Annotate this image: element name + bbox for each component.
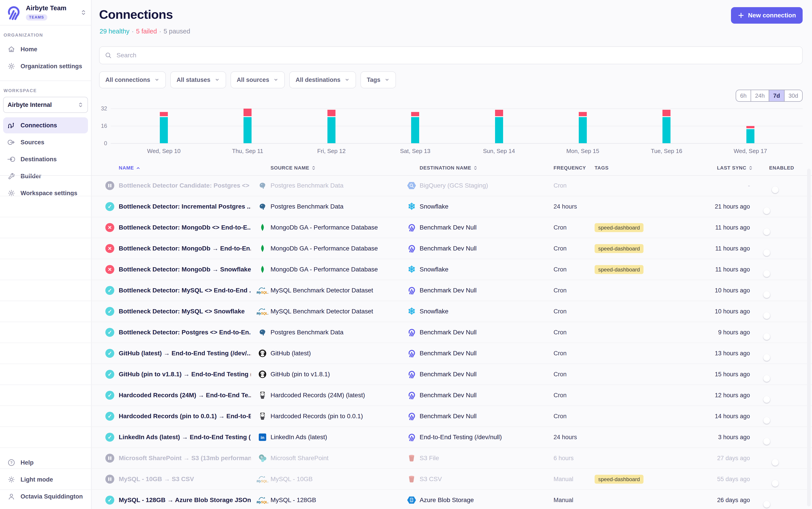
column-header-enabled[interactable]: ENABLED <box>769 165 794 171</box>
table-row[interactable]: MySQL - 10GB → S3 CSVMySQL.MySQL - 10GBS… <box>0 469 812 490</box>
time-range-6h[interactable]: 6h <box>736 90 751 101</box>
workspace-section-label: WORKSPACE <box>4 88 91 93</box>
table-row[interactable]: Bottleneck Detector Candidate: Postgres … <box>0 175 812 196</box>
search-box <box>99 46 803 64</box>
connection-name: Bottleneck Detector: Incremental Postgre… <box>119 203 251 210</box>
airbyte-icon <box>406 244 417 253</box>
chart-x-axis-labels: Wed, Sep 10Thu, Sep 11Fri, Sep 12Sat, Se… <box>0 148 812 157</box>
time-range-7d[interactable]: 7d <box>769 90 784 101</box>
filter-all-destinations[interactable]: All destinations <box>289 71 356 88</box>
table-row[interactable]: ✓Hardcoded Records (pin to 0.0.1) → End-… <box>0 406 812 427</box>
sort-icon <box>473 166 478 170</box>
destination-name: Benchmark Dev Null <box>420 287 477 294</box>
sidebar-item-home[interactable]: Home <box>3 41 88 57</box>
organization-nav: Home Organization settings <box>0 41 91 74</box>
source-name: Hardcoded Records (24M) (latest) <box>270 392 365 399</box>
mysql-icon: MySQL. <box>257 497 268 504</box>
mongodb-icon <box>257 223 268 232</box>
time-range-24h[interactable]: 24h <box>751 90 769 101</box>
table-row[interactable]: ×Bottleneck Detector: MongoDb → End-to-E… <box>0 238 812 259</box>
connection-name: MySQL - 10GB → S3 CSV <box>119 476 194 483</box>
table-row[interactable]: ✓Bottleneck Detector: MySQL <> Snowflake… <box>0 301 812 322</box>
table-row[interactable]: ✓LinkedIn Ads (latest) → End-to-End Test… <box>0 427 812 448</box>
org-plan-badge: TEAMS <box>26 14 47 21</box>
table-row[interactable]: ✓Bottleneck Detector: MySQL <> End-to-En… <box>0 280 812 301</box>
column-header-last-sync[interactable]: LAST SYNC <box>675 165 753 171</box>
table-header: NAMESOURCE NAMEDESTINATION NAMEFREQUENCY… <box>0 163 812 176</box>
svg-text:01: 01 <box>411 500 413 502</box>
frequency-value: Cron <box>554 308 567 315</box>
source-name: Hardcoded Records (pin to 0.0.1) <box>270 413 363 420</box>
last-sync-value: 11 hours ago <box>665 266 750 273</box>
column-header-source-name[interactable]: SOURCE NAME <box>270 165 316 171</box>
chart-bar-failed <box>327 110 335 116</box>
chart-bar-succeeded <box>327 117 335 143</box>
hardcoded-icon <box>257 391 268 400</box>
mongodb-icon <box>257 244 268 253</box>
table-row[interactable]: ✓Bottleneck Detector: Postgres <> End-to… <box>0 322 812 343</box>
column-header-label: FREQUENCY <box>554 165 586 171</box>
destination-name: Azure Blob Storage <box>420 497 474 504</box>
destination-name: Snowflake <box>420 203 448 210</box>
connection-name: GitHub (latest) → End-to-End Testing (/d… <box>119 350 251 357</box>
table-row[interactable]: ✓MySQL - 128GB → Azure Blob Storage JSOn… <box>0 490 812 509</box>
column-header-tags[interactable]: TAGS <box>595 165 609 171</box>
table-row[interactable]: ×Bottleneck Detector: MongoDb <> End-to-… <box>0 217 812 238</box>
snowflake-icon: ❄ <box>406 265 417 274</box>
stat-separator: · <box>132 28 134 35</box>
column-header-frequency[interactable]: FREQUENCY <box>554 165 586 171</box>
filter-all-connections[interactable]: All connections <box>99 71 166 88</box>
chart-bar-failed <box>746 126 754 128</box>
last-sync-value: 12 hours ago <box>665 392 750 399</box>
table-row[interactable]: ✓Hardcoded Records (24M) → End-to-End Te… <box>0 385 812 406</box>
gear-icon <box>7 62 15 70</box>
sort-icon <box>748 166 753 170</box>
last-sync-value: 11 hours ago <box>665 245 750 252</box>
search-input[interactable] <box>116 51 797 59</box>
last-sync-value: 9 hours ago <box>665 329 750 336</box>
plus-icon <box>738 12 744 19</box>
filter-all-statuses[interactable]: All statuses <box>170 71 226 88</box>
stat-paused: 5 paused <box>164 28 190 35</box>
time-range-30d[interactable]: 30d <box>784 90 802 101</box>
source-name: MySQL - 10GB <box>270 476 313 483</box>
filter-tags[interactable]: Tags <box>360 71 396 88</box>
table-row[interactable]: ✓Bottleneck Detector: Incremental Postgr… <box>0 196 812 217</box>
chart-gridline <box>111 108 803 109</box>
last-sync-value: 26 days ago <box>665 497 750 504</box>
table-row[interactable]: Microsoft SharePoint → S3 (13mb performa… <box>0 448 812 469</box>
bigquery-icon <box>406 181 417 190</box>
status-success-icon: ✓ <box>105 349 114 358</box>
source-name: MySQL Benchmark Detector Dataset <box>270 308 373 315</box>
table-row[interactable]: ✓GitHub (latest) → End-to-End Testing (/… <box>0 343 812 364</box>
filter-label: All destinations <box>295 76 340 83</box>
new-connection-label: New connection <box>748 12 796 19</box>
last-sync-value: 14 hours ago <box>665 413 750 420</box>
chart-bar-succeeded <box>579 117 587 143</box>
last-sync-value: 11 hours ago <box>665 224 750 231</box>
frequency-value: 6 hours <box>554 455 574 462</box>
column-header-name[interactable]: NAME <box>119 165 141 171</box>
table-row[interactable]: ✓GitHub (pin to v1.8.1) → End-to-End Tes… <box>0 364 812 385</box>
org-switcher[interactable]: Airbyte Team TEAMS <box>0 0 91 26</box>
frequency-value: Cron <box>554 413 567 420</box>
hardcoded-icon <box>257 411 268 421</box>
scrollbar[interactable] <box>807 169 811 506</box>
chart-bar-succeeded <box>495 117 503 143</box>
postgres-icon <box>257 328 268 337</box>
column-header-destination-name[interactable]: DESTINATION NAME <box>420 165 478 171</box>
sidebar-item-organization-settings[interactable]: Organization settings <box>3 58 88 74</box>
nav-item-label: Home <box>21 46 37 53</box>
chevron-down-icon <box>154 77 160 82</box>
connection-name: MySQL - 128GB → Azure Blob Storage JSOn … <box>119 497 251 504</box>
filter-label: Tags <box>367 76 380 83</box>
status-paused-icon <box>105 475 114 483</box>
org-name: Airbyte Team <box>26 4 76 12</box>
filter-all-sources[interactable]: All sources <box>231 71 285 88</box>
table-row[interactable]: ×Bottleneck Detector: MongoDb → Snowflak… <box>0 259 812 280</box>
chart-bar-failed <box>495 110 503 116</box>
new-connection-button[interactable]: New connection <box>731 7 803 24</box>
destination-name: BigQuery (GCS Staging) <box>420 182 488 189</box>
column-header-label: SOURCE NAME <box>270 165 310 171</box>
airbyte-icon <box>406 223 417 232</box>
